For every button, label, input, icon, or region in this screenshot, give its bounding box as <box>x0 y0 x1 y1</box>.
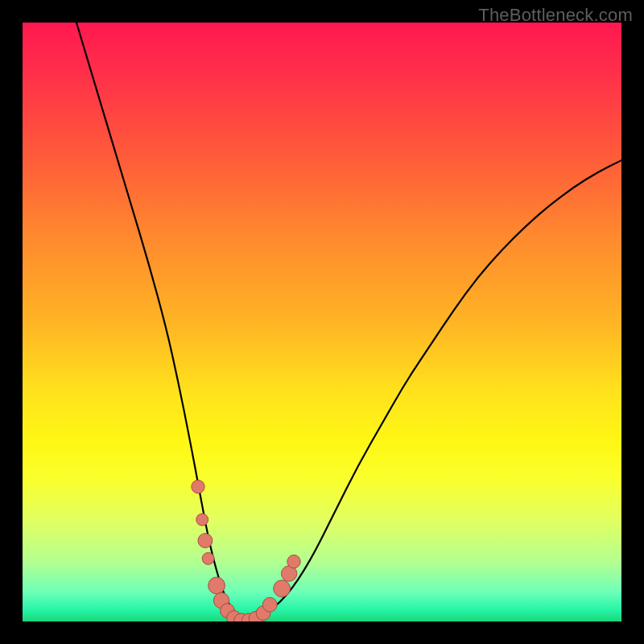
curve-marker <box>208 577 225 594</box>
curve-marker <box>192 480 204 493</box>
chart-frame: TheBottleneck.com <box>0 0 644 644</box>
curve-marker <box>274 580 291 597</box>
curve-marker <box>196 514 208 526</box>
plot-area <box>23 23 621 621</box>
curve-marker <box>198 534 213 548</box>
curve-marker <box>202 552 214 564</box>
bottleneck-curve <box>76 23 621 619</box>
watermark-text: TheBottleneck.com <box>478 5 633 26</box>
curve-marker <box>262 597 277 612</box>
curve-markers <box>192 480 300 621</box>
curve-marker <box>287 555 300 568</box>
chart-svg <box>23 23 621 621</box>
